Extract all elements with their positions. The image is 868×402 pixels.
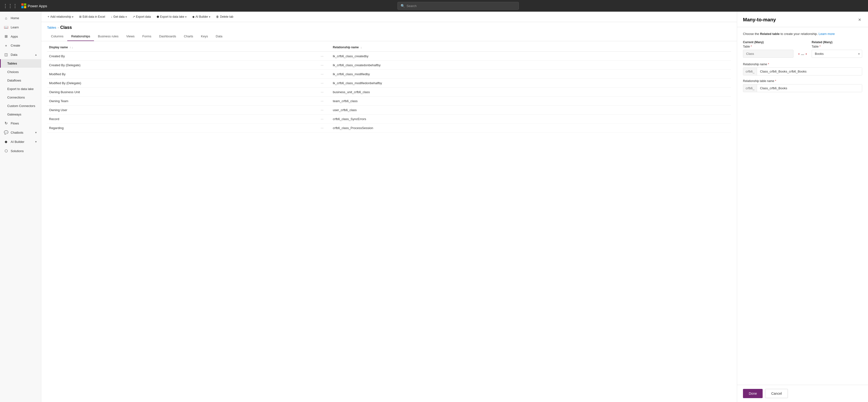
row-actions-icon[interactable]: ··· [321,126,324,130]
table-row[interactable]: Modified By (Delegate) ··· lk_crfb6_clas… [47,78,731,88]
breadcrumb-parent[interactable]: Tables [47,26,56,29]
cancel-button[interactable]: Cancel [765,389,788,398]
relationship-table-name-input[interactable] [757,85,862,92]
row-actions-icon[interactable]: ··· [321,63,324,67]
sidebar-item-custom-connectors[interactable]: Custom Connectors [0,102,41,110]
row-actions-icon[interactable]: ··· [321,108,324,112]
sidebar-label-chatbots: Chatbots [11,131,23,134]
sidebar-item-home[interactable]: ⌂ Home [0,13,41,23]
chatbots-icon: 💬 [4,130,8,135]
related-table-select-wrapper[interactable]: Books Class ▾ [812,50,862,58]
tab-columns[interactable]: Columns [47,32,67,41]
tab-forms[interactable]: Forms [138,32,155,41]
row-actions-icon[interactable]: ··· [321,90,324,94]
panel-header: Many-to-many ✕ [737,12,868,27]
row-actions-cell[interactable]: ··· [319,124,331,132]
learn-more-link[interactable]: Learn more [819,32,835,36]
export-data-button[interactable]: ↗ Export data [130,13,153,20]
current-col-label: Current (Many) [743,40,794,44]
panel-body: Choose the Related table to create your … [737,27,868,385]
relationship-name-label: Relationship name * [743,63,862,66]
search-bar[interactable]: 🔍 [398,2,519,10]
col-relationship-name-label: Relationship name [333,45,359,49]
rel-table-prefix: crfb6_ [743,85,757,92]
panel-close-button[interactable]: ✕ [857,16,862,23]
row-actions-cell[interactable]: ··· [319,78,331,88]
search-input[interactable] [407,4,516,8]
home-icon: ⌂ [4,16,8,20]
row-actions-icon[interactable]: ··· [321,54,324,58]
sidebar-item-tables[interactable]: Tables [0,59,41,68]
add-relationship-label: Add relationship [50,15,71,19]
table-row[interactable]: Created By ··· lk_crfb6_class_createdby [47,52,731,61]
row-actions-cell[interactable]: ··· [319,88,331,97]
sidebar-item-chatbots[interactable]: 💬 Chatbots ▼ [0,128,41,137]
sidebar-label-dataflows: Dataflows [7,78,21,82]
delete-table-button[interactable]: 🗑 Delete tab [214,13,236,20]
related-table-label-text: Table [812,45,819,48]
col-display-name[interactable]: Display name ↑ ↓ [47,43,319,52]
done-button[interactable]: Done [743,389,763,398]
sidebar-label-data: Data [11,53,17,57]
table-row[interactable]: Regarding ··· crfb6_class_ProcessSession [47,124,731,132]
related-required-star: * [819,45,820,48]
relationship-name-cell: crfb6_class_SyncErrors [331,114,731,124]
sidebar-item-solutions[interactable]: ⬡ Solutions [0,146,41,156]
sidebar-item-dataflows[interactable]: Dataflows [0,76,41,85]
sidebar-item-ai-builder[interactable]: ◆ AI Builder ▼ [0,137,41,146]
get-data-button[interactable]: ↓ Get data ▾ [108,13,129,20]
ai-builder-button[interactable]: ◆ AI Builder ▾ [190,13,213,20]
col-relationship-name[interactable]: Relationship name ↓ [331,43,731,52]
row-actions-cell[interactable]: ··· [319,70,331,78]
sidebar-item-learn[interactable]: 📖 Learn [0,23,41,32]
sidebar-item-data[interactable]: ◫ Data ▲ [0,50,41,59]
sidebar-label-connections: Connections [7,96,25,99]
add-relationship-button[interactable]: + Add relationship ▾ [45,13,76,20]
row-actions-cell[interactable]: ··· [319,97,331,105]
row-actions-icon[interactable]: ··· [321,99,324,103]
tab-business-rules[interactable]: Business rules [94,32,122,41]
tab-dashboards[interactable]: Dashboards [155,32,180,41]
sidebar-item-flows[interactable]: ↻ Flows [0,119,41,128]
export-data-label: Export data [136,15,151,19]
tab-data[interactable]: Data [212,32,226,41]
sidebar-label-tables: Tables [7,62,17,65]
relationship-name-input[interactable] [757,68,862,75]
row-actions-cell[interactable]: ··· [319,114,331,124]
relationship-name-cell: business_unit_crfb6_class [331,88,731,97]
waffle-icon[interactable]: ⋮⋮⋮ [3,3,18,9]
tab-views[interactable]: Views [122,32,138,41]
delete-label: Delete tab [220,15,233,19]
tab-relationships[interactable]: Relationships [67,32,94,41]
row-actions-icon[interactable]: ··· [321,81,324,85]
table-row[interactable]: Created By (Delegate) ··· lk_crfb6_class… [47,61,731,70]
row-actions-cell[interactable]: ··· [319,52,331,61]
tab-keys[interactable]: Keys [197,32,212,41]
table-row[interactable]: Owning User ··· user_crfb6_class [47,105,731,114]
row-actions-cell[interactable]: ··· [319,61,331,70]
related-table-select[interactable]: Books Class [812,50,862,58]
sidebar-item-gateways[interactable]: Gateways [0,110,41,119]
tab-charts[interactable]: Charts [180,32,197,41]
edit-data-excel-button[interactable]: ⊞ Edit data in Excel [77,13,107,20]
sidebar-item-connections[interactable]: Connections [0,93,41,102]
row-actions-icon[interactable]: ··· [321,72,324,76]
display-name-cell: Modified By [47,70,319,78]
sidebar-item-choices[interactable]: Choices [0,68,41,76]
row-actions-cell[interactable]: ··· [319,105,331,114]
relationship-name-cell: user_crfb6_class [331,105,731,114]
export-data-lake-button[interactable]: ⬢ Export to data lake ▾ [154,13,189,20]
relationship-name-cell: lk_crfb6_class_createdby [331,52,731,61]
table-row[interactable]: Owning Business Unit ··· business_unit_c… [47,88,731,97]
table-row[interactable]: Owning Team ··· team_crfb6_class [47,97,731,105]
sidebar-item-export-lake[interactable]: Export to data lake [0,85,41,93]
edit-excel-icon: ⊞ [79,15,82,19]
row-actions-icon[interactable]: ··· [321,117,324,121]
table-row[interactable]: Modified By ··· lk_crfb6_class_modifiedb… [47,70,731,78]
add-relationship-chevron: ▾ [72,15,73,18]
related-col-label: Related (Many) [812,40,862,44]
table-row[interactable]: Record ··· crfb6_class_SyncErrors [47,114,731,124]
rel-name-required: * [768,63,769,66]
sidebar-item-create[interactable]: + Create [0,41,41,50]
sidebar-item-apps[interactable]: ⊞ Apps [0,32,41,41]
